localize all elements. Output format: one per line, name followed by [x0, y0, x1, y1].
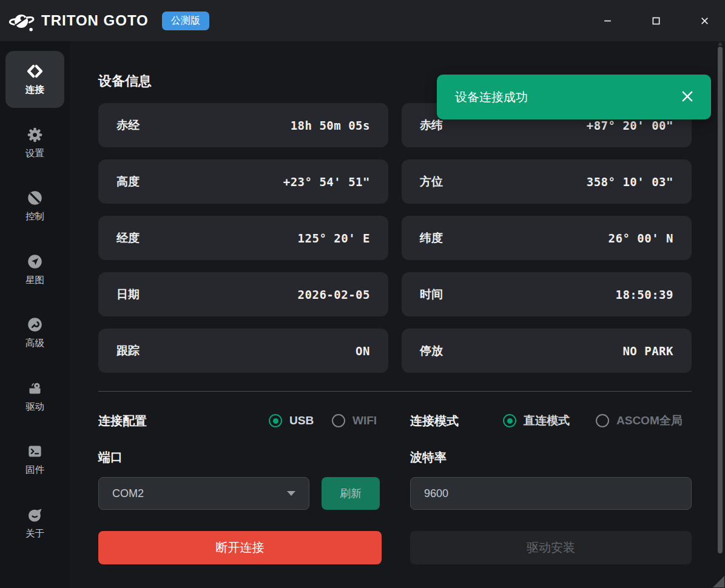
- disconnect-button[interactable]: 断开连接: [98, 531, 382, 564]
- field-value: +87° 20' 00": [587, 119, 673, 132]
- drive-icon: [27, 380, 43, 396]
- field-label: 跟踪: [116, 343, 140, 359]
- sidebar-item-control[interactable]: 控制: [5, 178, 64, 235]
- toast-message: 设备连接成功: [455, 89, 681, 105]
- sidebar: 连接 设置 控制 星图: [0, 41, 70, 588]
- refresh-button[interactable]: 刷新: [322, 477, 380, 510]
- radio-label: WIFI: [352, 414, 377, 427]
- terminal-icon: [27, 443, 43, 459]
- main-content: 设备信息 赤经 18h 50m 05s 赤纬 +87° 20' 00" 高度 +…: [70, 41, 725, 588]
- baud-rate-label: 波特率: [410, 449, 447, 466]
- port-select[interactable]: COM2: [98, 477, 309, 510]
- sidebar-item-connect[interactable]: 连接: [5, 51, 64, 108]
- field-label: 时间: [420, 287, 443, 302]
- field-label: 日期: [116, 287, 140, 302]
- toast-close-icon[interactable]: [681, 90, 695, 104]
- sidebar-item-starmap[interactable]: 星图: [5, 241, 64, 298]
- about-icon: [27, 507, 43, 523]
- close-icon: [700, 16, 709, 25]
- field-value: +23° 54' 51": [283, 175, 370, 189]
- field-date: 日期 2026-02-05: [98, 272, 388, 316]
- sidebar-item-label: 设置: [25, 147, 44, 160]
- connection-config-label: 连接配置: [98, 413, 147, 429]
- section-divider: [98, 391, 692, 392]
- chevron-down-icon: [287, 491, 295, 496]
- port-selected-value: COM2: [112, 487, 287, 500]
- field-label: 纬度: [420, 230, 443, 246]
- minimize-icon: [603, 16, 612, 25]
- maximize-icon: [652, 16, 661, 25]
- radio-ascom-global[interactable]: ASCOM全局: [596, 412, 683, 430]
- radio-label: USB: [289, 414, 314, 427]
- connect-icon: [27, 63, 43, 79]
- window-controls: [572, 0, 718, 41]
- field-azimuth: 方位 358° 10' 03": [402, 159, 692, 204]
- field-label: 方位: [420, 174, 443, 190]
- app-title: TRITON GOTO: [41, 12, 149, 29]
- radio-wifi[interactable]: WIFI: [332, 412, 377, 430]
- field-label: 经度: [116, 230, 140, 246]
- wrench-icon: [27, 316, 43, 333]
- field-tracking: 跟踪 ON: [98, 329, 388, 373]
- radio-label: 直连模式: [524, 413, 570, 429]
- planet-logo-icon: [8, 7, 35, 34]
- field-latitude: 纬度 26° 00' N: [402, 216, 692, 260]
- field-value: NO PARK: [622, 344, 673, 358]
- sidebar-item-advanced[interactable]: 高级: [5, 304, 64, 361]
- radio-label: ASCOM全局: [616, 413, 683, 429]
- field-park: 停放 NO PARK: [402, 329, 692, 373]
- field-value: 358° 10' 03": [587, 175, 673, 189]
- page-title: 设备信息: [98, 72, 152, 90]
- minimize-button[interactable]: [594, 0, 621, 41]
- toast-success: 设备连接成功: [437, 75, 711, 119]
- radio-direct-mode[interactable]: 直连模式: [503, 412, 570, 430]
- sidebar-item-firmware[interactable]: 固件: [5, 431, 64, 488]
- field-longitude: 经度 125° 20' E: [98, 216, 388, 260]
- sidebar-item-label: 驱动: [25, 401, 44, 413]
- field-value: 18h 50m 05s: [291, 119, 370, 132]
- field-value: 26° 00' N: [609, 232, 673, 245]
- resize-grip[interactable]: [713, 576, 724, 587]
- field-altitude: 高度 +23° 54' 51": [98, 159, 388, 204]
- sidebar-item-driver[interactable]: 驱动: [5, 368, 64, 425]
- title-bar: TRITON GOTO 公测版: [0, 0, 725, 41]
- radio-unselected-icon: [596, 414, 609, 427]
- radio-unselected-icon: [332, 414, 345, 427]
- sidebar-item-label: 固件: [25, 464, 44, 476]
- field-value: 125° 20' E: [298, 232, 370, 245]
- sidebar-item-label: 高级: [25, 337, 44, 350]
- connection-mode-label: 连接模式: [410, 413, 459, 429]
- sidebar-item-label: 关于: [25, 527, 44, 540]
- sidebar-item-label: 控制: [25, 210, 44, 223]
- scroll-up-arrow-icon[interactable]: [718, 42, 723, 45]
- field-label: 赤经: [116, 118, 140, 133]
- field-label: 停放: [420, 343, 443, 359]
- radio-usb[interactable]: USB: [269, 412, 314, 430]
- field-value: ON: [356, 344, 370, 358]
- radio-selected-icon: [503, 414, 516, 427]
- close-button[interactable]: [691, 0, 718, 41]
- control-icon: [27, 190, 43, 206]
- gear-icon: [27, 127, 43, 143]
- starmap-icon: [27, 253, 43, 270]
- field-value: 18:50:39: [615, 288, 673, 301]
- field-time: 时间 18:50:39: [402, 272, 692, 316]
- field-label: 赤纬: [420, 118, 443, 133]
- field-value: 2026-02-05: [298, 288, 370, 301]
- maximize-button[interactable]: [642, 0, 669, 41]
- field-label: 高度: [116, 174, 140, 190]
- sidebar-item-label: 连接: [25, 84, 44, 96]
- field-ra: 赤经 18h 50m 05s: [98, 103, 388, 147]
- driver-install-button[interactable]: 驱动安装: [410, 531, 692, 564]
- baud-rate-input[interactable]: [410, 477, 692, 510]
- port-label: 端口: [98, 449, 123, 466]
- device-info-grid: 赤经 18h 50m 05s 赤纬 +87° 20' 00" 高度 +23° 5…: [98, 103, 692, 373]
- sidebar-item-about[interactable]: 关于: [5, 495, 64, 552]
- app-window: TRITON GOTO 公测版 连接: [0, 0, 725, 588]
- radio-selected-icon: [269, 414, 282, 427]
- scrollbar-thumb[interactable]: [718, 47, 723, 553]
- sidebar-item-settings[interactable]: 设置: [5, 115, 64, 172]
- beta-badge: 公测版: [162, 12, 209, 30]
- sidebar-item-label: 星图: [25, 274, 44, 287]
